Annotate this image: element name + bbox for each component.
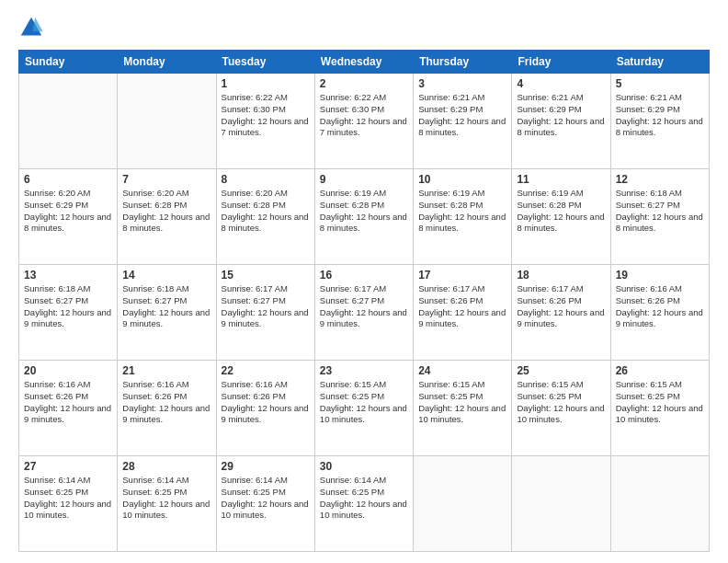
calendar-cell: 25Sunrise: 6:15 AM Sunset: 6:25 PM Dayli… [512,361,610,456]
calendar-cell: 3Sunrise: 6:21 AM Sunset: 6:29 PM Daylig… [414,74,512,169]
day-info: Sunrise: 6:18 AM Sunset: 6:27 PM Dayligh… [616,188,704,235]
day-info: Sunrise: 6:17 AM Sunset: 6:26 PM Dayligh… [517,283,605,330]
day-info: Sunrise: 6:19 AM Sunset: 6:28 PM Dayligh… [418,188,506,235]
calendar-cell: 17Sunrise: 6:17 AM Sunset: 6:26 PM Dayli… [414,265,512,361]
day-number: 11 [517,173,605,186]
calendar-week-row: 13Sunrise: 6:18 AM Sunset: 6:27 PM Dayli… [19,265,710,361]
calendar-cell: 11Sunrise: 6:19 AM Sunset: 6:28 PM Dayli… [512,169,610,265]
day-number: 7 [122,173,210,186]
calendar-cell: 2Sunrise: 6:22 AM Sunset: 6:30 PM Daylig… [314,74,413,169]
calendar-cell: 4Sunrise: 6:21 AM Sunset: 6:29 PM Daylig… [512,74,610,169]
day-info: Sunrise: 6:20 AM Sunset: 6:28 PM Dayligh… [122,188,210,235]
calendar-cell: 9Sunrise: 6:19 AM Sunset: 6:28 PM Daylig… [314,169,413,265]
calendar-week-row: 27Sunrise: 6:14 AM Sunset: 6:25 PM Dayli… [19,456,710,552]
day-info: Sunrise: 6:17 AM Sunset: 6:27 PM Dayligh… [222,283,310,330]
calendar-cell [512,456,610,552]
day-info: Sunrise: 6:16 AM Sunset: 6:26 PM Dayligh… [24,379,112,426]
day-info: Sunrise: 6:16 AM Sunset: 6:26 PM Dayligh… [616,283,704,330]
calendar-cell: 22Sunrise: 6:16 AM Sunset: 6:26 PM Dayli… [216,361,314,456]
day-info: Sunrise: 6:19 AM Sunset: 6:28 PM Dayligh… [320,188,408,235]
calendar-cell: 1Sunrise: 6:22 AM Sunset: 6:30 PM Daylig… [216,74,314,169]
day-number: 25 [517,364,605,377]
day-number: 15 [222,269,310,282]
day-number: 27 [24,460,112,473]
day-number: 12 [616,173,704,186]
day-number: 18 [517,269,605,282]
day-number: 8 [222,173,310,186]
day-number: 16 [320,269,408,282]
day-info: Sunrise: 6:16 AM Sunset: 6:26 PM Dayligh… [122,379,210,426]
calendar-cell: 15Sunrise: 6:17 AM Sunset: 6:27 PM Dayli… [216,265,314,361]
calendar-header-saturday: Saturday [610,51,709,74]
day-number: 29 [222,460,310,473]
calendar-cell: 7Sunrise: 6:20 AM Sunset: 6:28 PM Daylig… [118,169,216,265]
calendar-cell: 6Sunrise: 6:20 AM Sunset: 6:29 PM Daylig… [19,169,118,265]
calendar-week-row: 20Sunrise: 6:16 AM Sunset: 6:26 PM Dayli… [19,361,710,456]
calendar-cell [610,456,709,552]
day-number: 13 [24,269,112,282]
day-info: Sunrise: 6:15 AM Sunset: 6:25 PM Dayligh… [418,379,506,426]
calendar-cell: 26Sunrise: 6:15 AM Sunset: 6:25 PM Dayli… [610,361,709,456]
day-number: 28 [122,460,210,473]
day-info: Sunrise: 6:22 AM Sunset: 6:30 PM Dayligh… [222,92,310,139]
day-number: 22 [222,364,310,377]
calendar-cell: 24Sunrise: 6:15 AM Sunset: 6:25 PM Dayli… [414,361,512,456]
day-number: 14 [122,269,210,282]
calendar-cell: 27Sunrise: 6:14 AM Sunset: 6:25 PM Dayli… [19,456,118,552]
calendar-header-wednesday: Wednesday [314,51,413,74]
day-number: 6 [24,173,112,186]
day-info: Sunrise: 6:22 AM Sunset: 6:30 PM Dayligh… [320,92,408,139]
day-number: 30 [320,460,408,473]
calendar-cell [414,456,512,552]
day-info: Sunrise: 6:15 AM Sunset: 6:25 PM Dayligh… [517,379,605,426]
calendar-table: SundayMondayTuesdayWednesdayThursdayFrid… [18,50,710,552]
day-number: 24 [418,364,506,377]
calendar-header-friday: Friday [512,51,610,74]
day-info: Sunrise: 6:14 AM Sunset: 6:25 PM Dayligh… [24,475,112,522]
calendar-cell: 18Sunrise: 6:17 AM Sunset: 6:26 PM Dayli… [512,265,610,361]
day-info: Sunrise: 6:21 AM Sunset: 6:29 PM Dayligh… [517,92,605,139]
day-number: 26 [616,364,704,377]
day-info: Sunrise: 6:20 AM Sunset: 6:28 PM Dayligh… [222,188,310,235]
day-info: Sunrise: 6:21 AM Sunset: 6:29 PM Dayligh… [418,92,506,139]
day-info: Sunrise: 6:17 AM Sunset: 6:27 PM Dayligh… [320,283,408,330]
calendar-cell: 23Sunrise: 6:15 AM Sunset: 6:25 PM Dayli… [314,361,413,456]
calendar-header-sunday: Sunday [19,51,118,74]
day-info: Sunrise: 6:21 AM Sunset: 6:29 PM Dayligh… [616,92,704,139]
calendar-header-tuesday: Tuesday [216,51,314,74]
day-info: Sunrise: 6:19 AM Sunset: 6:28 PM Dayligh… [517,188,605,235]
calendar-cell: 13Sunrise: 6:18 AM Sunset: 6:27 PM Dayli… [19,265,118,361]
page: SundayMondayTuesdayWednesdayThursdayFrid… [0,0,728,563]
calendar-header-monday: Monday [118,51,216,74]
day-info: Sunrise: 6:15 AM Sunset: 6:25 PM Dayligh… [616,379,704,426]
day-info: Sunrise: 6:17 AM Sunset: 6:26 PM Dayligh… [418,283,506,330]
calendar-cell: 20Sunrise: 6:16 AM Sunset: 6:26 PM Dayli… [19,361,118,456]
calendar-cell: 10Sunrise: 6:19 AM Sunset: 6:28 PM Dayli… [414,169,512,265]
calendar-header-row: SundayMondayTuesdayWednesdayThursdayFrid… [19,51,710,74]
day-info: Sunrise: 6:20 AM Sunset: 6:29 PM Dayligh… [24,188,112,235]
day-number: 17 [418,269,506,282]
calendar-week-row: 6Sunrise: 6:20 AM Sunset: 6:29 PM Daylig… [19,169,710,265]
header [18,15,710,40]
day-number: 5 [616,77,704,90]
day-info: Sunrise: 6:14 AM Sunset: 6:25 PM Dayligh… [122,475,210,522]
calendar-cell: 19Sunrise: 6:16 AM Sunset: 6:26 PM Dayli… [610,265,709,361]
day-info: Sunrise: 6:15 AM Sunset: 6:25 PM Dayligh… [320,379,408,426]
day-number: 1 [222,77,310,90]
day-number: 4 [517,77,605,90]
day-info: Sunrise: 6:14 AM Sunset: 6:25 PM Dayligh… [222,475,310,522]
calendar-cell: 30Sunrise: 6:14 AM Sunset: 6:25 PM Dayli… [314,456,413,552]
day-number: 3 [418,77,506,90]
day-number: 19 [616,269,704,282]
svg-marker-1 [32,17,42,31]
day-number: 10 [418,173,506,186]
calendar-week-row: 1Sunrise: 6:22 AM Sunset: 6:30 PM Daylig… [19,74,710,169]
calendar-cell: 5Sunrise: 6:21 AM Sunset: 6:29 PM Daylig… [610,74,709,169]
calendar-cell [19,74,118,169]
calendar-cell: 28Sunrise: 6:14 AM Sunset: 6:25 PM Dayli… [118,456,216,552]
day-number: 9 [320,173,408,186]
calendar-cell: 14Sunrise: 6:18 AM Sunset: 6:27 PM Dayli… [118,265,216,361]
calendar-cell: 16Sunrise: 6:17 AM Sunset: 6:27 PM Dayli… [314,265,413,361]
calendar-cell: 8Sunrise: 6:20 AM Sunset: 6:28 PM Daylig… [216,169,314,265]
calendar-cell: 12Sunrise: 6:18 AM Sunset: 6:27 PM Dayli… [610,169,709,265]
